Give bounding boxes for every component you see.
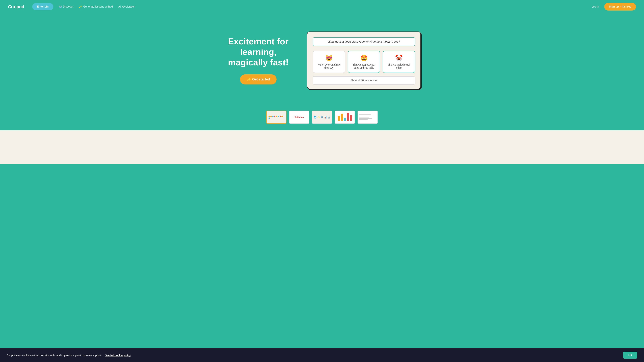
bar-2 bbox=[340, 114, 343, 121]
slide-card: What does a good class room environment … bbox=[307, 31, 421, 89]
cookie-banner: Curipod uses cookies to track website tr… bbox=[0, 348, 644, 362]
response-cards: 😻 We let everyone have their say 🤩 That … bbox=[313, 51, 415, 73]
get-started-icon: ✨ bbox=[247, 77, 251, 81]
response-card-3: 🤡 That we include each other bbox=[383, 51, 415, 73]
cookie-ok-button[interactable]: Ok bbox=[623, 352, 637, 359]
thumbnail-1[interactable] bbox=[266, 111, 286, 124]
thumbnail-5[interactable] bbox=[358, 111, 378, 124]
response-card-2: 🤩 That we respect each other and say hel… bbox=[348, 51, 380, 73]
response-text-3: That we include each other bbox=[386, 63, 412, 69]
get-started-button[interactable]: ✨ Get started bbox=[240, 74, 277, 84]
signup-button[interactable]: Sign up – It's free bbox=[604, 3, 636, 10]
lower-section bbox=[0, 130, 644, 164]
hero-right: What does a good class room environment … bbox=[307, 31, 421, 89]
bar-1 bbox=[338, 116, 340, 121]
hero-title: Excitement for learning, magically fast! bbox=[223, 36, 294, 67]
response-card-1: 😻 We let everyone have their say bbox=[313, 51, 345, 73]
bar-3 bbox=[344, 118, 346, 121]
cookie-policy-link[interactable]: See full cookie policy bbox=[105, 354, 131, 357]
navbar: Curipod Enter pin 🗺️ Discover ✨ Generate… bbox=[0, 0, 644, 13]
thumbnail-3[interactable]: 🌐 ✨ ⚙️ 📊 🔬 bbox=[312, 111, 332, 124]
emoji-3: 🤡 bbox=[395, 54, 403, 61]
bar-5 bbox=[350, 115, 352, 121]
enter-pin-button[interactable]: Enter pin bbox=[32, 3, 53, 10]
show-all-button[interactable]: Show all 52 responses bbox=[313, 76, 415, 85]
discover-link[interactable]: 🗺️ Discover bbox=[59, 5, 74, 8]
thumbnail-bar: Pollution 🌐 ✨ ⚙️ 📊 🔬 bbox=[0, 107, 644, 130]
cookie-message: Curipod uses cookies to track website tr… bbox=[7, 354, 131, 357]
response-text-2: That we respect each other and say hello bbox=[351, 63, 377, 69]
accelerator-link[interactable]: AI accelerator bbox=[118, 5, 135, 8]
bar-4 bbox=[347, 113, 349, 121]
response-text-1: We let everyone have their say bbox=[316, 63, 342, 69]
logo: Curipod bbox=[8, 4, 24, 9]
thumbnail-2[interactable]: Pollution bbox=[289, 111, 309, 124]
slide-question: What does a good class room environment … bbox=[313, 37, 415, 46]
hero-section: Excitement for learning, magically fast!… bbox=[0, 13, 644, 107]
emoji-2: 🤩 bbox=[360, 54, 368, 61]
generate-link[interactable]: ✨ Generate lessons with AI bbox=[79, 5, 113, 8]
discover-icon: 🗺️ bbox=[59, 5, 62, 8]
hero-left: Excitement for learning, magically fast!… bbox=[223, 36, 294, 84]
emoji-1: 😻 bbox=[325, 54, 333, 61]
login-button[interactable]: Log in bbox=[592, 5, 599, 8]
generate-icon: ✨ bbox=[79, 5, 82, 8]
thumbnail-4[interactable] bbox=[335, 111, 355, 124]
